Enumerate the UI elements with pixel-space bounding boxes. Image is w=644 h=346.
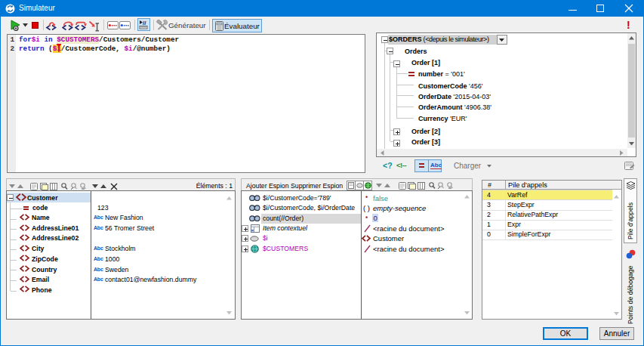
svg-text://: // (143, 20, 146, 26)
